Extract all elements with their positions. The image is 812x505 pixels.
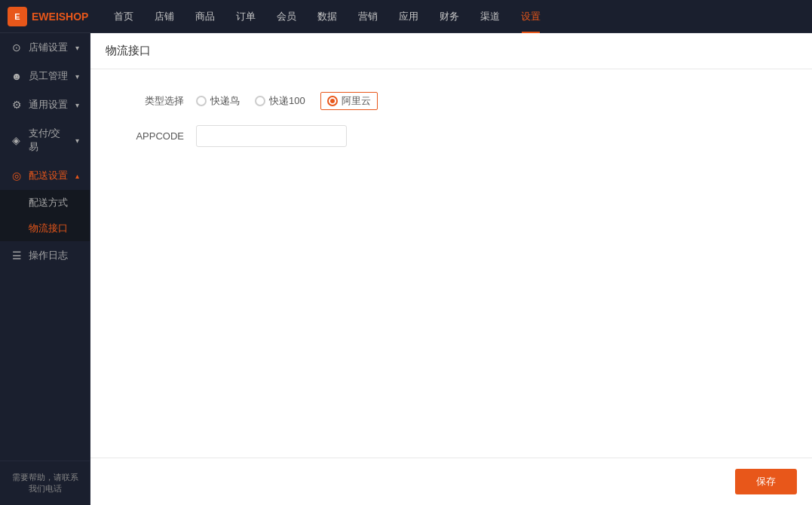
nav-item-home[interactable]: 首页 — [103, 0, 144, 33]
sidebar-item-general-label: 通用设置 — [29, 98, 68, 112]
payment-icon: ◈ — [11, 134, 23, 146]
radio-aliyun[interactable]: 阿里云 — [320, 92, 378, 110]
staff-arrow: ▾ — [75, 72, 79, 81]
top-navigation: E EWEISHOP 首页 店铺 商品 订单 会员 数据 营销 应用 财务 渠道… — [0, 0, 812, 33]
save-button[interactable]: 保存 — [735, 469, 797, 494]
sidebar-bottom-help: 需要帮助，请联系我们电话 — [0, 461, 90, 505]
type-selection-label: 类型选择 — [121, 94, 196, 108]
type-radio-group: 快递鸟 快递100 阿里云 — [196, 92, 378, 110]
general-icon: ⚙ — [11, 99, 23, 111]
page-footer: 保存 — [90, 458, 812, 505]
appcode-label: APPCODE — [121, 130, 196, 142]
nav-item-product[interactable]: 商品 — [185, 0, 225, 33]
general-arrow: ▾ — [75, 101, 79, 109]
nav-item-finance[interactable]: 财务 — [429, 0, 470, 33]
shop-settings-arrow: ▾ — [75, 44, 79, 52]
nav-item-member[interactable]: 会员 — [266, 0, 307, 33]
delivery-icon: ◎ — [11, 170, 23, 182]
nav-items: 首页 店铺 商品 订单 会员 数据 营销 应用 财务 渠道 设置 — [103, 0, 551, 32]
type-selection-row: 类型选择 快递鸟 快递100 阿里云 — [121, 92, 782, 110]
appcode-row: APPCODE — [121, 125, 782, 147]
nav-item-channel[interactable]: 渠道 — [470, 0, 510, 33]
sidebar-item-payment-label: 支付/交易 — [29, 127, 69, 154]
sidebar: ⊙ 店铺设置 ▾ ☻ 员工管理 ▾ ⚙ 通用设置 ▾ ◈ 支付/交易 ▾ ◎ 配… — [0, 33, 90, 505]
sidebar-item-operation-log[interactable]: ☰ 操作日志 — [0, 241, 90, 270]
radio-kuaidi100[interactable]: 快递100 — [255, 94, 305, 108]
sidebar-item-operation-log-label: 操作日志 — [29, 249, 68, 262]
nav-item-data[interactable]: 数据 — [307, 0, 348, 33]
sidebar-item-shop-settings[interactable]: ⊙ 店铺设置 ▾ — [0, 33, 90, 62]
sidebar-sub-delivery: 配送方式 物流接口 — [0, 190, 90, 241]
radio-kuaidi-label: 快递鸟 — [210, 94, 240, 108]
sidebar-item-payment[interactable]: ◈ 支付/交易 ▾ — [0, 119, 90, 161]
radio-kuaidi100-label: 快递100 — [269, 94, 305, 108]
radio-aliyun-label: 阿里云 — [342, 94, 371, 108]
nav-item-app[interactable]: 应用 — [388, 0, 429, 33]
sidebar-sub-logistics-interface[interactable]: 物流接口 — [0, 216, 90, 241]
nav-item-order[interactable]: 订单 — [225, 0, 266, 33]
nav-item-marketing[interactable]: 营销 — [348, 0, 388, 33]
radio-kuaidi-btn[interactable] — [196, 96, 207, 106]
operation-log-icon: ☰ — [11, 249, 23, 262]
shop-settings-icon: ⊙ — [11, 41, 23, 54]
sidebar-item-delivery-label: 配送设置 — [29, 169, 68, 182]
content-area: 物流接口 类型选择 快递鸟 快递100 阿里云 — [90, 33, 812, 505]
page-header: 物流接口 — [90, 33, 812, 69]
radio-kuaidi100-btn[interactable] — [255, 96, 265, 106]
radio-kuaidi[interactable]: 快递鸟 — [196, 94, 240, 108]
staff-icon: ☻ — [11, 70, 23, 82]
main-layout: ⊙ 店铺设置 ▾ ☻ 员工管理 ▾ ⚙ 通用设置 ▾ ◈ 支付/交易 ▾ ◎ 配… — [0, 33, 812, 505]
radio-aliyun-btn[interactable] — [327, 96, 338, 106]
sidebar-item-staff[interactable]: ☻ 员工管理 ▾ — [0, 62, 90, 90]
logo-text: EWEISHOP — [32, 11, 88, 23]
page-body: 类型选择 快递鸟 快递100 阿里云 — [90, 69, 812, 458]
logo: E EWEISHOP — [8, 7, 88, 26]
nav-item-settings[interactable]: 设置 — [510, 0, 551, 33]
payment-arrow: ▾ — [75, 136, 79, 145]
sidebar-item-staff-label: 员工管理 — [29, 69, 68, 83]
nav-item-store[interactable]: 店铺 — [144, 0, 185, 33]
sidebar-item-shop-settings-label: 店铺设置 — [29, 41, 68, 54]
logo-icon: E — [8, 7, 27, 26]
sidebar-item-general[interactable]: ⚙ 通用设置 ▾ — [0, 90, 90, 119]
appcode-input[interactable] — [196, 125, 347, 147]
delivery-arrow: ▴ — [75, 172, 79, 180]
sidebar-item-delivery[interactable]: ◎ 配送设置 ▴ — [0, 161, 90, 190]
sidebar-sub-delivery-method[interactable]: 配送方式 — [0, 190, 90, 216]
